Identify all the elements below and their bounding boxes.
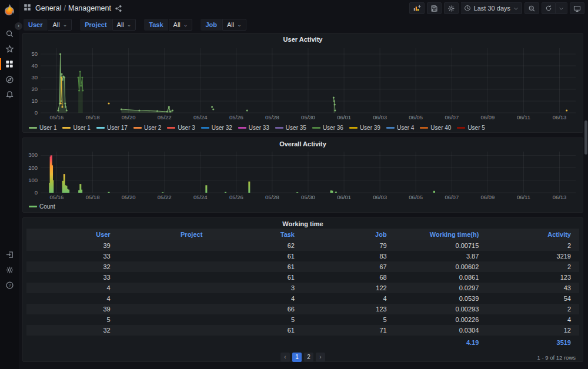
svg-text:06/13: 06/13 — [553, 194, 567, 200]
svg-text:06/11: 06/11 — [517, 194, 530, 200]
filter-user-value[interactable]: All ⌄ — [48, 19, 72, 31]
svg-text:06/03: 06/03 — [373, 194, 387, 200]
legend-series-label: Count — [39, 203, 55, 210]
sidebar-item-configuration[interactable] — [0, 262, 19, 277]
sidebar-top-group — [0, 26, 19, 102]
sidebar-item-dashboards[interactable] — [0, 56, 19, 72]
filter-task-value[interactable]: All ⌄ — [169, 19, 193, 31]
filter-project-selected: All — [117, 21, 124, 28]
expand-sidebar-button[interactable]: › — [15, 22, 22, 30]
pagination-page-button[interactable]: 2 — [304, 353, 313, 362]
legend-item[interactable]: User 17 — [96, 125, 128, 131]
legend-item[interactable]: User 36 — [312, 125, 343, 131]
legend-series-label: User 32 — [212, 125, 232, 131]
sidebar-item-help[interactable]: ? — [0, 277, 19, 293]
dashboard-settings-button[interactable] — [444, 2, 459, 14]
legend-item[interactable]: User 1 — [62, 125, 90, 131]
column-header[interactable]: Activity — [487, 231, 579, 238]
column-header[interactable]: Job — [303, 231, 395, 238]
table-row: 3261710.030412 — [26, 325, 579, 336]
sidebar-item-sign-in[interactable] — [0, 247, 19, 262]
panel-title[interactable]: Overall Activity — [26, 140, 579, 149]
table-cell: 123 — [487, 274, 579, 281]
table-cell: 39 — [26, 306, 119, 313]
breadcrumb-dashboard[interactable]: Management — [68, 4, 111, 12]
table-cell: 123 — [303, 306, 395, 313]
template-variables-row: User All ⌄ Project All ⌄ Task All ⌄ — [19, 16, 588, 32]
panel-overall-activity: Overall Activity 05/1605/1805/2005/2205/… — [22, 137, 583, 213]
legend-item[interactable]: User 2 — [133, 125, 161, 131]
legend-item[interactable]: User 1 — [29, 125, 56, 131]
share-dashboard-button[interactable] — [115, 5, 122, 12]
svg-text:06/03: 06/03 — [373, 114, 387, 120]
compass-icon — [5, 75, 14, 84]
sidebar-item-alerting[interactable] — [0, 87, 19, 102]
pagination-next-button[interactable]: › — [316, 353, 325, 362]
svg-text:05/28: 05/28 — [265, 194, 279, 200]
legend-series-dash — [62, 127, 71, 129]
table-cell: 39 — [26, 242, 119, 249]
column-header[interactable]: Project — [119, 231, 211, 238]
pagination: ‹ 12 › — [280, 353, 325, 362]
table-cell: 2 — [487, 242, 579, 249]
time-range-picker[interactable]: Last 30 days — [461, 2, 522, 14]
sidebar-item-starred[interactable] — [0, 41, 19, 56]
table-cell: 0.00226 — [395, 316, 487, 323]
table-body: 3962790.0071523361833.8732193261670.0060… — [26, 240, 579, 336]
svg-text:0: 0 — [35, 109, 38, 116]
user-activity-chart[interactable]: 05/1605/1805/2005/2205/2405/2605/2805/30… — [26, 45, 578, 122]
overall-activity-chart[interactable]: 05/1605/1805/2005/2205/2405/2605/2805/30… — [26, 149, 578, 201]
panel-title[interactable]: User Activity — [26, 35, 579, 45]
grafana-logo[interactable] — [0, 1, 19, 19]
svg-text:05/16: 05/16 — [50, 194, 64, 200]
legend-series-dash — [386, 127, 395, 129]
panel-title[interactable]: Working time — [26, 220, 579, 229]
breadcrumb-folder[interactable]: General — [35, 4, 61, 12]
table-cell: 61 — [211, 274, 303, 281]
chevron-down-icon — [559, 6, 564, 11]
refresh-interval-button[interactable] — [556, 2, 567, 14]
legend-item[interactable]: User 5 — [457, 125, 485, 131]
page-scrollbar[interactable] — [584, 120, 587, 155]
svg-text:06/01: 06/01 — [337, 194, 351, 200]
legend-item[interactable]: User 35 — [275, 125, 306, 131]
pagination-prev-button[interactable]: ‹ — [280, 353, 290, 362]
search-icon — [5, 29, 14, 38]
legend-item[interactable]: User 3 — [167, 125, 195, 131]
legend-series-dash — [275, 127, 283, 129]
filter-job-value[interactable]: All ⌄ — [222, 19, 246, 31]
filter-job-selected: All — [227, 21, 234, 28]
legend-item[interactable]: Count — [29, 203, 55, 210]
legend-item[interactable]: User 33 — [238, 125, 269, 131]
refresh-button[interactable] — [542, 2, 556, 14]
add-panel-button[interactable] — [409, 2, 425, 14]
refresh-group — [542, 2, 567, 14]
svg-text:05/24: 05/24 — [193, 194, 208, 200]
legend-item[interactable]: User 4 — [386, 125, 414, 131]
column-header[interactable]: Task — [211, 231, 303, 238]
svg-text:05/18: 05/18 — [86, 194, 100, 200]
cycle-view-mode-button[interactable] — [570, 2, 584, 14]
legend-series-label: User 17 — [107, 125, 128, 131]
filter-project-value[interactable]: All ⌄ — [112, 19, 136, 31]
zoom-out-time-button[interactable] — [524, 2, 539, 14]
table-cell: 62 — [211, 242, 303, 249]
sign-in-icon — [5, 250, 14, 259]
table-row: 39661230.002932 — [26, 304, 579, 314]
table-cell: 3.87 — [395, 253, 487, 260]
legend-item[interactable]: User 32 — [201, 125, 232, 131]
table-cell: 33 — [26, 253, 119, 260]
legend-item[interactable]: User 39 — [349, 125, 380, 131]
sidebar-item-explore[interactable] — [0, 72, 19, 87]
legend-item[interactable]: User 40 — [420, 125, 451, 131]
column-header[interactable]: Working time(h) — [395, 231, 487, 238]
pagination-page-button[interactable]: 1 — [292, 353, 302, 362]
svg-text:100: 100 — [28, 177, 38, 183]
save-dashboard-button[interactable] — [427, 2, 442, 14]
panel-user-activity: User Activity 05/1605/1805/2005/2205/240… — [22, 33, 583, 133]
svg-text:06/07: 06/07 — [445, 114, 459, 120]
legend-series-label: User 1 — [73, 125, 90, 131]
svg-text:06/09: 06/09 — [480, 114, 495, 120]
table-cell: 0.0297 — [395, 284, 487, 291]
column-header[interactable]: User — [26, 231, 119, 238]
